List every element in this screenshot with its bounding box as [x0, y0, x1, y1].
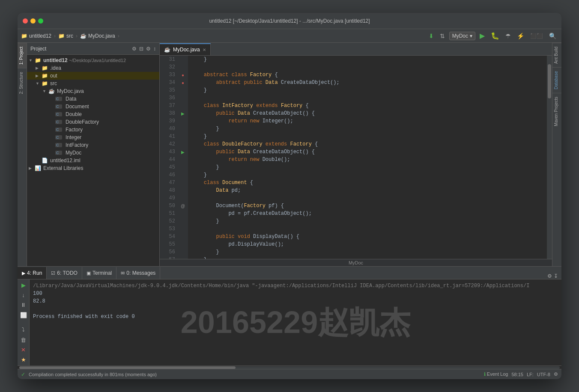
code-line-50: Document(Factory pf) { — [191, 202, 543, 210]
settings-icon[interactable]: ⚙ — [554, 371, 558, 377]
status-message[interactable]: Compilation completed successfully in 80… — [29, 372, 157, 377]
editor-tab-mydoc[interactable]: ☕ MyDoc.java ✕ — [160, 43, 211, 55]
panel-header: Project ⚙ ⊟ ⚙ ↕ — [27, 43, 159, 55]
panel-sort-icon[interactable]: ↕ — [153, 46, 156, 52]
tree-item-integer[interactable]: C Integer — [27, 134, 159, 141]
bottom-pin-icon[interactable]: ↧ — [554, 273, 558, 279]
panel-gear-icon[interactable]: ⚙ — [146, 46, 151, 52]
nav-project[interactable]: untitled12 — [29, 33, 51, 39]
tree-item-doublefactory[interactable]: C DoubleFactory — [27, 118, 159, 126]
ln-41: 41 — [160, 133, 178, 140]
code-line-57: } — [191, 256, 543, 259]
code-line-38: public Data CreateDataObject() { — [191, 110, 543, 117]
code-content[interactable]: } abstract class Factory { abstract publ… — [188, 56, 547, 259]
run-tab-icon: ▶ — [22, 270, 25, 276]
maximize-button[interactable] — [38, 18, 43, 24]
editor-scrollbar[interactable] — [547, 56, 552, 259]
build-icon[interactable]: ⬛⬛ — [528, 32, 545, 40]
bottom-settings-icon[interactable]: ⚙ — [547, 273, 552, 279]
close-button[interactable] — [23, 18, 28, 24]
ln-57: 57 — [160, 256, 178, 259]
class-icon: C — [55, 120, 62, 124]
line-separator[interactable]: LF: — [527, 372, 534, 377]
tab-close-icon[interactable]: ✕ — [203, 48, 206, 52]
tree-label: out — [50, 73, 57, 79]
run-star-button[interactable]: ★ — [19, 356, 28, 364]
gutter-33[interactable]: ● — [178, 71, 188, 79]
panel-settings-icon[interactable]: ⚙ — [132, 46, 137, 52]
gutter-55 — [178, 241, 188, 248]
bottom-tab-terminal[interactable]: ▣ Terminal — [82, 267, 116, 279]
bottom-tab-run[interactable]: ▶ 4: Run — [18, 267, 47, 279]
tree-item-src[interactable]: ▼ 📁 src — [27, 80, 159, 87]
run-red-button[interactable]: ✕ — [19, 346, 28, 354]
download-icon[interactable]: ⬇ — [427, 32, 436, 40]
encoding[interactable]: UTF-8 — [537, 372, 550, 377]
tree-label: untitled12.iml — [50, 157, 81, 163]
tree-label: MyDoc — [66, 150, 81, 156]
search-icon[interactable]: 🔍 — [547, 32, 558, 40]
tree-item-factory[interactable]: C Factory — [27, 126, 159, 134]
run-down-button[interactable]: ↓ — [19, 291, 28, 299]
run-pause-button[interactable]: ⏸ — [19, 301, 28, 309]
code-editor[interactable]: 31 32 33 34 35 36 37 38 39 40 41 42 43 4… — [160, 56, 552, 259]
gutter-46 — [178, 171, 188, 179]
run-clear-button[interactable]: 🗑 — [19, 336, 28, 344]
filetree-panel: Project ⚙ ⊟ ⚙ ↕ ▼ 📁 untitled12 ~/Desktop… — [27, 43, 160, 266]
ln-32: 32 — [160, 63, 178, 71]
tree-item-intfactory[interactable]: C IntFactory — [27, 141, 159, 149]
debug-button[interactable]: 🐛 — [489, 31, 501, 41]
tree-item-ext-libs[interactable]: ▶ 📊 External Libraries — [27, 164, 159, 172]
coverage-button[interactable]: ☂ — [504, 32, 513, 40]
sidebar-tab-database[interactable]: Database — [552, 67, 561, 93]
tree-label: untitled12 ~/Desktop/Java1/untitled12 — [43, 57, 126, 63]
arrow-icon: ▶ — [36, 66, 42, 70]
sidebar-tab-structure[interactable]: 2: Structure — [18, 68, 27, 98]
tree-item-document[interactable]: C Document — [27, 103, 159, 110]
ln-49: 49 — [160, 194, 178, 202]
panel-collapse-icon[interactable]: ⊟ — [139, 46, 143, 52]
tree-item-data[interactable]: C Data — [27, 95, 159, 103]
run-config-dropdown[interactable]: MyDoc ▾ — [449, 32, 475, 40]
gutter-47 — [178, 179, 188, 187]
tab-file-icon: ☕ — [164, 47, 170, 53]
bottom-panel-content: ▶ ↓ ⏸ ⬜ ⤵ 🗑 ✕ ★ /Library/Java/JavaVirtua… — [18, 279, 561, 365]
class-icon: C — [55, 135, 62, 140]
tree-item-iml[interactable]: 📄 untitled12.iml — [27, 157, 159, 164]
sidebar-tab-project[interactable]: 1: Project — [18, 43, 27, 68]
sidebar-tab-maven[interactable]: Maven Projects — [552, 93, 561, 130]
run-stop-button[interactable]: ⬜ — [19, 311, 28, 319]
ln-50: 50 — [160, 202, 178, 210]
run-button[interactable]: ▶ — [478, 31, 486, 41]
run-wrap-button[interactable]: ⤵ — [19, 326, 28, 334]
nav-src[interactable]: src — [66, 33, 73, 39]
event-log-link[interactable]: ℹ Event Log — [484, 371, 508, 377]
code-line-45: } — [191, 163, 543, 171]
tree-item-idea[interactable]: ▶ 📁 .idea — [27, 64, 159, 72]
panel-title: Project — [30, 46, 129, 52]
bottom-tab-todo[interactable]: ☑ 6: TODO — [47, 267, 82, 279]
profiler-button[interactable]: ⚡ — [515, 32, 526, 40]
gutter-34[interactable]: ● — [178, 79, 188, 86]
code-line-39: return new Integer(); — [191, 117, 543, 125]
arrow-icon: ▼ — [42, 89, 48, 93]
gutter-35 — [178, 86, 188, 94]
tree-item-mydoc-class[interactable]: C MyDoc — [27, 149, 159, 157]
cursor-position[interactable]: 58:15 — [511, 372, 523, 377]
nav-file[interactable]: MyDoc.java — [88, 33, 115, 39]
ln-39: 39 — [160, 117, 178, 125]
tree-item-untitled12[interactable]: ▼ 📁 untitled12 ~/Desktop/Java1/untitled1… — [27, 56, 159, 64]
tree-item-mydoc-java[interactable]: ▼ ☕ MyDoc.java — [27, 87, 159, 95]
class-icon: C — [55, 128, 62, 132]
minimize-button[interactable] — [30, 18, 36, 24]
scrollbar-thumb[interactable] — [548, 64, 551, 98]
main-content: 1: Project 2: Structure Project ⚙ ⊟ ⚙ ↕ … — [18, 43, 561, 266]
diff-icon[interactable]: ⇅ — [438, 32, 447, 40]
tree-item-out[interactable]: ▶ 📁 out — [27, 72, 159, 80]
sidebar-tab-ant-build[interactable]: Ant Build — [552, 43, 561, 67]
gutter-40 — [178, 125, 188, 133]
window-title: untitled12 [~/Desktop/Java1/untitled12] … — [209, 18, 370, 24]
run-play-button[interactable]: ▶ — [19, 281, 28, 289]
tree-item-double[interactable]: C Double — [27, 110, 159, 118]
bottom-tab-messages[interactable]: ✉ 0: Messages — [116, 267, 160, 279]
